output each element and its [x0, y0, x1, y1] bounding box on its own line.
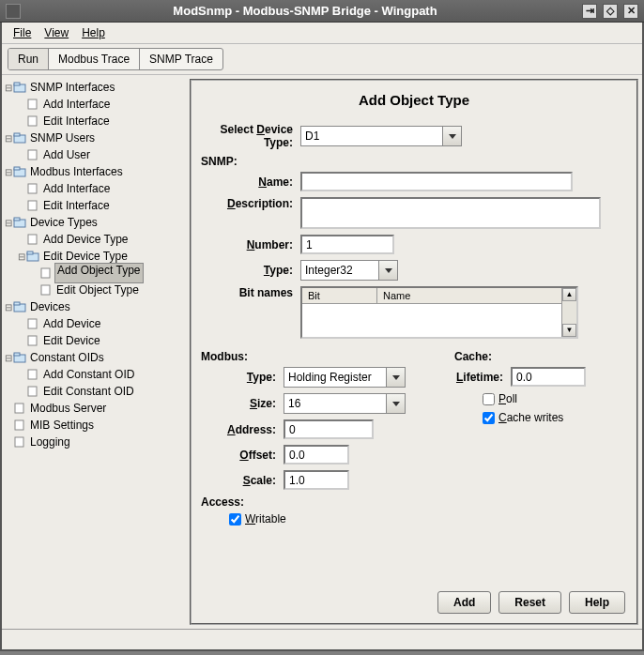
tab-row: Run Modbus Trace SNMP Trace — [2, 44, 642, 75]
titlebar: ModSnmp - Modbus-SNMP Bridge - Wingpath … — [0, 0, 644, 23]
window-title: ModSnmp - Modbus-SNMP Bridge - Wingpath — [28, 4, 582, 18]
file-icon — [26, 386, 39, 397]
snmp-section-label: SNMP: — [201, 155, 627, 168]
file-icon — [26, 369, 39, 380]
close-button[interactable]: ✕ — [623, 4, 638, 19]
add-button[interactable]: Add — [437, 591, 491, 614]
scrollbar[interactable]: ▲▼ — [561, 288, 576, 337]
reset-button[interactable]: Reset — [498, 591, 561, 614]
poll-checkbox[interactable]: Poll — [483, 392, 586, 405]
menubar: File View Help — [2, 23, 642, 44]
tree-add-constant-oid[interactable]: Add Constant OID — [4, 366, 184, 383]
tab-snmp-trace[interactable]: SNMP Trace — [140, 49, 222, 69]
file-icon — [39, 267, 53, 279]
file-icon — [26, 149, 39, 160]
scroll-up-icon[interactable]: ▲ — [562, 288, 576, 301]
lifetime-input[interactable] — [511, 367, 586, 387]
file-icon — [26, 183, 39, 194]
svg-rect-9 — [28, 184, 37, 193]
size-select[interactable] — [284, 393, 406, 414]
tree-mib-settings[interactable]: MIB Settings — [4, 417, 184, 434]
tree-edit-interface-2[interactable]: Edit Interface — [4, 197, 184, 214]
device-type-value[interactable] — [301, 127, 442, 145]
file-icon — [26, 318, 39, 329]
tree-snmp-users[interactable]: ⊟SNMP Users — [4, 129, 184, 146]
svg-rect-2 — [28, 99, 37, 109]
maximize-button[interactable]: ◇ — [603, 4, 618, 19]
svg-rect-6 — [28, 150, 37, 160]
scroll-down-icon[interactable]: ▼ — [562, 324, 576, 337]
tree-snmp-interfaces[interactable]: ⊟SNMP Interfaces — [4, 79, 184, 96]
tree-modbus-server[interactable]: Modbus Server — [4, 400, 184, 417]
cache-writes-checkbox[interactable]: Cache writes — [483, 411, 586, 424]
tab-modbus-trace[interactable]: Modbus Trace — [49, 49, 140, 69]
menu-file[interactable]: File — [8, 24, 37, 41]
tree-add-device[interactable]: Add Device — [4, 315, 184, 332]
nav-tree[interactable]: ⊟SNMP Interfaces Add Interface Edit Inte… — [2, 75, 186, 629]
address-input[interactable] — [284, 419, 374, 439]
tree-edit-device[interactable]: Edit Device — [4, 332, 184, 349]
scale-label: Scale: — [218, 474, 284, 487]
help-button[interactable]: Help — [569, 591, 625, 614]
dropdown-arrow-icon[interactable] — [386, 368, 405, 387]
tree-edit-constant-oid[interactable]: Edit Constant OID — [4, 383, 184, 400]
mb-type-value[interactable] — [284, 368, 386, 387]
select-device-label: Select Device Type: — [201, 123, 300, 149]
tree-devices[interactable]: ⊟Devices — [4, 298, 184, 315]
rollup-button[interactable]: ⇥ — [582, 4, 597, 19]
dropdown-arrow-icon[interactable] — [442, 127, 461, 145]
description-input[interactable] — [300, 197, 601, 229]
name-input[interactable] — [300, 172, 573, 191]
description-label: Description: — [218, 197, 300, 210]
offset-input[interactable] — [284, 445, 349, 465]
tree-constant-oids[interactable]: ⊟Constant OIDs — [4, 349, 184, 366]
snmp-type-value[interactable] — [301, 261, 378, 280]
type-label: Type: — [218, 264, 300, 277]
number-input[interactable] — [300, 235, 394, 254]
writable-checkbox[interactable]: Writable — [229, 512, 426, 526]
svg-rect-16 — [41, 268, 50, 278]
device-type-select[interactable] — [300, 126, 462, 146]
tree-device-types[interactable]: ⊟Device Types — [4, 214, 184, 231]
dropdown-arrow-icon[interactable] — [378, 261, 397, 280]
mb-type-select[interactable] — [284, 367, 406, 388]
appmenu-icon[interactable] — [6, 4, 21, 19]
svg-rect-28 — [15, 437, 23, 447]
svg-rect-21 — [28, 336, 37, 345]
lifetime-label: Lifetime: — [454, 371, 511, 384]
folder-icon — [13, 217, 26, 228]
svg-rect-1 — [14, 83, 20, 85]
tree-edit-object-type[interactable]: Edit Object Type — [4, 282, 184, 298]
tree-add-device-type[interactable]: Add Device Type — [4, 231, 184, 248]
form-title: Add Object Type — [201, 92, 627, 108]
tree-add-object-type[interactable]: Add Object Type — [4, 265, 184, 282]
tree-logging[interactable]: Logging — [4, 434, 184, 450]
snmp-type-select[interactable] — [300, 260, 398, 281]
window-body: File View Help Run Modbus Trace SNMP Tra… — [0, 23, 644, 651]
tree-edit-interface[interactable]: Edit Interface — [4, 113, 184, 129]
bitnames-table[interactable]: BitName ▲▼ — [300, 286, 578, 339]
size-value[interactable] — [284, 394, 386, 413]
tree-add-interface[interactable]: Add Interface — [4, 96, 184, 113]
name-label: Name: — [218, 175, 300, 189]
mb-type-label: Type: — [218, 371, 284, 384]
number-label: Number: — [218, 238, 300, 251]
menu-view[interactable]: View — [38, 24, 74, 41]
svg-rect-23 — [14, 353, 20, 356]
tree-add-interface-2[interactable]: Add Interface — [4, 180, 184, 197]
tab-run[interactable]: Run — [8, 49, 49, 69]
svg-rect-25 — [28, 387, 37, 396]
file-icon — [13, 436, 26, 448]
tree-modbus-interfaces[interactable]: ⊟Modbus Interfaces — [4, 163, 184, 180]
form-panel: Add Object Type Select Device Type: SNMP… — [190, 79, 638, 625]
folder-icon — [13, 82, 26, 93]
svg-rect-27 — [15, 420, 23, 430]
tree-add-user[interactable]: Add User — [4, 146, 184, 163]
menu-help[interactable]: Help — [76, 24, 111, 41]
dropdown-arrow-icon[interactable] — [386, 394, 405, 413]
svg-rect-24 — [28, 370, 37, 379]
modbus-section-label: Modbus: — [201, 350, 426, 363]
svg-rect-26 — [15, 404, 23, 413]
scale-input[interactable] — [284, 470, 349, 490]
folder-icon — [13, 132, 26, 144]
